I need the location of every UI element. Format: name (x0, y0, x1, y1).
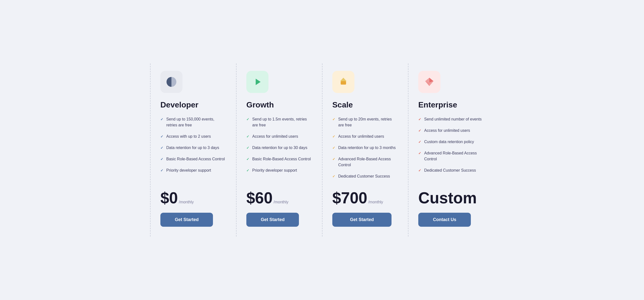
feature-item: ✓ Priority developer support (160, 167, 226, 173)
feature-text: Advanced Role-Based Access Control (424, 150, 484, 162)
check-icon: ✓ (332, 134, 335, 139)
cta-button[interactable]: Get Started (332, 213, 392, 227)
check-icon: ✓ (160, 117, 163, 122)
price-amount: $0 (160, 189, 178, 207)
plan-name: Enterprise (418, 100, 484, 109)
feature-item: ✓ Advanced Role-Based Access Control (418, 150, 484, 162)
price-section: $700/monthly (332, 190, 398, 206)
feature-text: Priority developer support (252, 167, 297, 173)
feature-text: Custom data retention policy (424, 139, 474, 145)
price-period: /monthly (274, 200, 288, 204)
feature-item: ✓ Basic Role-Based Access Control (160, 156, 226, 162)
plan-name: Growth (246, 100, 312, 109)
feature-item: ✓ Dedicated Customer Success (418, 167, 484, 173)
feature-text: Priority developer support (166, 167, 211, 173)
feature-text: Access with up to 2 users (166, 134, 211, 139)
price-section: $0/monthly (160, 190, 226, 206)
svg-marker-3 (340, 78, 346, 81)
check-icon: ✓ (418, 139, 421, 145)
check-icon: ✓ (246, 117, 249, 122)
price-section: $60/monthly (246, 190, 312, 206)
feature-item: ✓ Access for unlimited users (418, 128, 484, 134)
plan-icon-wrapper (246, 71, 268, 93)
plan-card-scale: Scale ✓ Send up to 20m events, retries a… (322, 64, 408, 236)
feature-text: Data retention for up to 3 months (338, 145, 396, 151)
price-section: Custom (418, 190, 484, 206)
feature-item: ✓ Dedicated Customer Success (332, 173, 398, 179)
feature-item: ✓ Data retention for up to 3 months (332, 145, 398, 151)
check-icon: ✓ (246, 134, 249, 139)
feature-text: Dedicated Customer Success (338, 173, 390, 179)
plan-card-growth: Growth ✓ Send up to 1.5m events, retries… (236, 64, 322, 236)
feature-text: Send up to 150,000 events, retries are f… (166, 116, 226, 128)
feature-text: Send up to 20m events, retries are free (338, 116, 398, 128)
feature-text: Access for unlimited users (338, 134, 384, 139)
check-icon: ✓ (418, 168, 421, 173)
feature-text: Send unlimited number of events (424, 116, 482, 122)
price-amount: Custom (418, 189, 477, 207)
feature-text: Send up to 1.5m events, retries are free (252, 116, 312, 128)
check-icon: ✓ (160, 157, 163, 162)
check-icon: ✓ (246, 145, 249, 150)
check-icon: ✓ (332, 117, 335, 122)
check-icon: ✓ (418, 151, 421, 156)
feature-item: ✓ Access for unlimited users (332, 134, 398, 139)
feature-item: ✓ Send unlimited number of events (418, 116, 484, 122)
check-icon: ✓ (418, 117, 421, 122)
price-amount: $700 (332, 189, 367, 207)
feature-item: ✓ Access for unlimited users (246, 134, 312, 139)
feature-text: Advanced Role-Based Access Control (338, 156, 398, 168)
svg-marker-1 (256, 79, 260, 85)
feature-text: Dedicated Customer Success (424, 167, 476, 173)
price-period: /monthly (179, 200, 194, 204)
plan-icon-wrapper (160, 71, 182, 93)
check-icon: ✓ (332, 174, 335, 179)
pricing-grid: Developer ✓ Send up to 150,000 events, r… (150, 64, 494, 236)
feature-item: ✓ Custom data retention policy (418, 139, 484, 145)
feature-text: Access for unlimited users (252, 134, 298, 139)
feature-text: Access for unlimited users (424, 128, 470, 134)
plan-icon-wrapper (418, 71, 440, 93)
feature-text: Data retention for up to 30 days (252, 145, 307, 151)
feature-item: ✓ Basic Role-Based Access Control (246, 156, 312, 162)
cta-button[interactable]: Contact Us (418, 213, 471, 227)
svg-rect-2 (341, 81, 346, 85)
price-period: /monthly (368, 200, 383, 204)
feature-item: ✓ Access with up to 2 users (160, 134, 226, 139)
plan-card-developer: Developer ✓ Send up to 150,000 events, r… (150, 64, 236, 236)
feature-text: Data retention for up to 3 days (166, 145, 219, 151)
check-icon: ✓ (246, 157, 249, 162)
check-icon: ✓ (160, 145, 163, 150)
plan-name: Developer (160, 100, 226, 109)
feature-item: ✓ Data retention for up to 3 days (160, 145, 226, 151)
feature-item: ✓ Advanced Role-Based Access Control (332, 156, 398, 168)
features-list: ✓ Send unlimited number of events ✓ Acce… (418, 116, 484, 180)
check-icon: ✓ (246, 168, 249, 173)
feature-text: Basic Role-Based Access Control (252, 156, 311, 162)
feature-item: ✓ Send up to 150,000 events, retries are… (160, 116, 226, 128)
check-icon: ✓ (332, 145, 335, 150)
plan-icon-wrapper (332, 71, 354, 93)
features-list: ✓ Send up to 1.5m events, retries are fr… (246, 116, 312, 180)
plan-card-enterprise: Enterprise ✓ Send unlimited number of ev… (408, 64, 494, 236)
check-icon: ✓ (160, 168, 163, 173)
check-icon: ✓ (332, 157, 335, 162)
feature-item: ✓ Send up to 20m events, retries are fre… (332, 116, 398, 128)
features-list: ✓ Send up to 20m events, retries are fre… (332, 116, 398, 180)
feature-item: ✓ Priority developer support (246, 167, 312, 173)
feature-item: ✓ Data retention for up to 30 days (246, 145, 312, 151)
feature-item: ✓ Send up to 1.5m events, retries are fr… (246, 116, 312, 128)
cta-button[interactable]: Get Started (160, 213, 213, 227)
features-list: ✓ Send up to 150,000 events, retries are… (160, 116, 226, 180)
check-icon: ✓ (418, 128, 421, 133)
cta-button[interactable]: Get Started (246, 213, 299, 227)
check-icon: ✓ (160, 134, 163, 139)
price-amount: $60 (246, 189, 273, 207)
feature-text: Basic Role-Based Access Control (166, 156, 225, 162)
plan-name: Scale (332, 100, 398, 109)
